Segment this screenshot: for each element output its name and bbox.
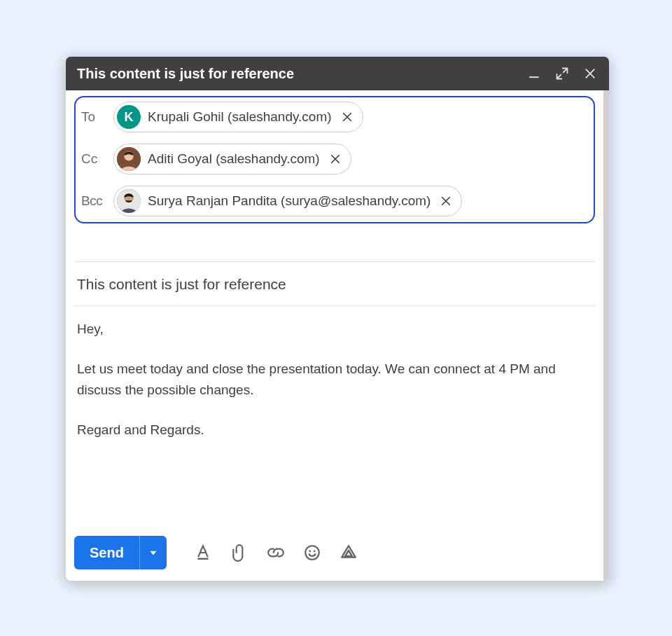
emoji-icon[interactable]: [297, 537, 328, 568]
body-greeting: Hey,: [77, 319, 592, 339]
link-icon[interactable]: [260, 537, 291, 568]
drive-icon[interactable]: [333, 537, 364, 568]
to-chip[interactable]: K Krupali Gohil (saleshandy.com): [113, 102, 363, 132]
remove-chip-icon[interactable]: [438, 193, 454, 209]
remove-chip-icon[interactable]: [339, 109, 356, 125]
recipients-highlight: To K Krupali Gohil (saleshandy.com) Cc A…: [74, 96, 595, 223]
remove-chip-icon[interactable]: [327, 151, 344, 167]
scrollbar[interactable]: [603, 90, 609, 581]
email-body[interactable]: Hey, Let us meet today and close the pre…: [77, 306, 592, 441]
avatar: K: [117, 105, 141, 129]
body-signoff: Regard and Regards.: [77, 420, 592, 440]
chip-name: Surya Ranjan Pandita (surya@saleshandy.c…: [148, 193, 430, 209]
avatar: [117, 189, 141, 213]
to-row[interactable]: To K Krupali Gohil (saleshandy.com): [81, 102, 588, 132]
titlebar-actions: [526, 66, 598, 81]
titlebar: This content is just for reference: [66, 57, 609, 90]
cc-row[interactable]: Cc Aditi Goyal (saleshandy.com): [81, 144, 588, 174]
close-button[interactable]: [582, 66, 598, 81]
minimize-button[interactable]: [526, 66, 542, 81]
chip-name: Aditi Goyal (saleshandy.com): [148, 151, 320, 167]
bcc-chip[interactable]: Surya Ranjan Pandita (surya@saleshandy.c…: [113, 186, 462, 216]
cc-chip[interactable]: Aditi Goyal (saleshandy.com): [113, 144, 351, 174]
formatting-icon[interactable]: [188, 537, 218, 568]
compose-window: This content is just for reference To K …: [65, 56, 610, 581]
bcc-label: Bcc: [81, 193, 106, 209]
bcc-row[interactable]: Bcc Surya Ranjan Pandita (surya@saleshan…: [81, 186, 588, 216]
attach-icon[interactable]: [224, 537, 255, 568]
compose-toolbar: Send: [74, 533, 595, 572]
avatar: [117, 147, 141, 171]
compose-body: To K Krupali Gohil (saleshandy.com) Cc A…: [66, 90, 603, 581]
fullscreen-button[interactable]: [554, 66, 570, 81]
send-label[interactable]: Send: [74, 536, 139, 569]
cc-label: Cc: [81, 151, 106, 167]
chip-name: Krupali Gohil (saleshandy.com): [148, 109, 332, 125]
body-paragraph: Let us meet today and close the presenta…: [77, 359, 592, 400]
window-title: This content is just for reference: [77, 66, 294, 82]
subject-field[interactable]: This content is just for reference: [77, 262, 592, 305]
to-label: To: [81, 109, 106, 125]
send-button[interactable]: Send: [74, 536, 167, 569]
send-options-dropdown[interactable]: [140, 536, 167, 569]
